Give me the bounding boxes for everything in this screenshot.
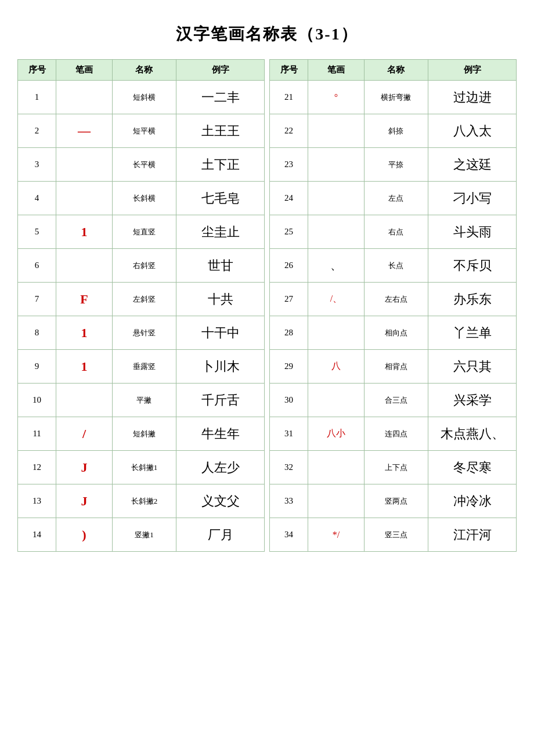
name-cell: 悬针竖 xyxy=(112,316,176,350)
stroke-cell: — xyxy=(56,114,113,148)
right-header-example: 例字 xyxy=(428,60,517,81)
example-cell: 兴采学 xyxy=(428,384,517,417)
example-cell: 厂月 xyxy=(176,518,265,552)
seq-cell: 7 xyxy=(18,283,56,316)
seq-cell: 24 xyxy=(270,182,308,215)
left-table-row: 6右斜竖世甘 xyxy=(18,249,265,283)
stroke-cell: 1 xyxy=(56,350,113,384)
name-cell: 长斜横 xyxy=(112,182,176,215)
left-table-row: 11/短斜撇牛生年 xyxy=(18,417,265,451)
seq-cell: 4 xyxy=(18,182,56,215)
example-cell: 六只其 xyxy=(428,350,517,384)
name-cell: 上下点 xyxy=(364,451,428,484)
name-cell: 平捺 xyxy=(364,148,428,182)
page-title: 汉字笔画名称表（3-1） xyxy=(176,23,358,45)
stroke-cell: /、 xyxy=(308,283,365,316)
example-cell: 木点燕八、 xyxy=(428,417,517,451)
right-table-row: 33竖两点冲冷冰 xyxy=(270,484,517,518)
stroke-cell: / xyxy=(56,417,113,451)
right-table-row: 26、长点不斥贝 xyxy=(270,249,517,283)
left-table-row: 3长平横土下正 xyxy=(18,148,265,182)
right-table-row: 24左点刁小写 xyxy=(270,182,517,215)
stroke-cell: ) xyxy=(56,518,113,552)
example-cell: 土下正 xyxy=(176,148,265,182)
name-cell: 平撇 xyxy=(112,384,176,417)
example-cell: 七毛皂 xyxy=(176,182,265,215)
seq-cell: 28 xyxy=(270,316,308,350)
seq-cell: 25 xyxy=(270,215,308,249)
left-table-row: 10平撇千斤舌 xyxy=(18,384,265,417)
right-table-row: 25右点斗头雨 xyxy=(270,215,517,249)
name-cell: 短平横 xyxy=(112,114,176,148)
example-cell: 之这廷 xyxy=(428,148,517,182)
seq-cell: 21 xyxy=(270,81,308,114)
stroke-cell xyxy=(56,182,113,215)
example-cell: 十共 xyxy=(176,283,265,316)
name-cell: 短斜撇 xyxy=(112,417,176,451)
seq-cell: 34 xyxy=(270,518,308,552)
name-cell: 合三点 xyxy=(364,384,428,417)
stroke-cell xyxy=(308,148,365,182)
seq-cell: 1 xyxy=(18,81,56,114)
stroke-cell xyxy=(308,384,365,417)
right-table-row: 34*/竖三点江汗河 xyxy=(270,518,517,552)
left-table-row: 1短斜横一二丰 xyxy=(18,81,265,114)
right-table-row: 31八小连四点木点燕八、 xyxy=(270,417,517,451)
name-cell: 短直竖 xyxy=(112,215,176,249)
stroke-cell xyxy=(308,484,365,518)
stroke-cell: 、 xyxy=(308,249,365,283)
stroke-cell: J xyxy=(56,484,113,518)
name-cell: 连四点 xyxy=(364,417,428,451)
seq-cell: 2 xyxy=(18,114,56,148)
stroke-cell: 八 xyxy=(308,350,365,384)
stroke-cell xyxy=(56,249,113,283)
left-header-seq: 序号 xyxy=(18,60,56,81)
right-table-row: 23平捺之这廷 xyxy=(270,148,517,182)
name-cell: 短斜横 xyxy=(112,81,176,114)
stroke-cell xyxy=(56,384,113,417)
stroke-cell xyxy=(308,451,365,484)
stroke-cell: F xyxy=(56,283,113,316)
seq-cell: 8 xyxy=(18,316,56,350)
name-cell: 左点 xyxy=(364,182,428,215)
stroke-cell xyxy=(308,114,365,148)
example-cell: 刁小写 xyxy=(428,182,517,215)
seq-cell: 23 xyxy=(270,148,308,182)
left-table-row: 4长斜横七毛皂 xyxy=(18,182,265,215)
stroke-cell: J xyxy=(56,451,113,484)
left-header-example: 例字 xyxy=(176,60,265,81)
example-cell: 不斥贝 xyxy=(428,249,517,283)
example-cell: 冲冷冰 xyxy=(428,484,517,518)
name-cell: 横折弯撇 xyxy=(364,81,428,114)
stroke-cell xyxy=(56,81,113,114)
seq-cell: 5 xyxy=(18,215,56,249)
left-table-row: 7F左斜竖十共 xyxy=(18,283,265,316)
left-table-row: 13J长斜撇2义文父 xyxy=(18,484,265,518)
seq-cell: 31 xyxy=(270,417,308,451)
stroke-cell xyxy=(308,182,365,215)
stroke-cell: 1 xyxy=(56,316,113,350)
stroke-cell xyxy=(308,215,365,249)
right-table-row: 27/、左右点办乐东 xyxy=(270,283,517,316)
right-table-row: 28相向点丫兰单 xyxy=(270,316,517,350)
example-cell: 牛生年 xyxy=(176,417,265,451)
seq-cell: 33 xyxy=(270,484,308,518)
seq-cell: 11 xyxy=(18,417,56,451)
name-cell: 左斜竖 xyxy=(112,283,176,316)
stroke-cell: 八小 xyxy=(308,417,365,451)
left-header-stroke: 笔画 xyxy=(56,60,113,81)
left-table-row: 12J长斜撇1人左少 xyxy=(18,451,265,484)
example-cell: 八入太 xyxy=(428,114,517,148)
seq-cell: 22 xyxy=(270,114,308,148)
example-cell: 世甘 xyxy=(176,249,265,283)
right-table-row: 29八相背点六只其 xyxy=(270,350,517,384)
right-header-name: 名称 xyxy=(364,60,428,81)
seq-cell: 10 xyxy=(18,384,56,417)
example-cell: 十干中 xyxy=(176,316,265,350)
left-table: 序号 笔画 名称 例字 1短斜横一二丰2—短平横土王王3长平横土下正4长斜横七毛… xyxy=(17,59,265,552)
right-table-row: 21°横折弯撇过边进 xyxy=(270,81,517,114)
seq-cell: 9 xyxy=(18,350,56,384)
name-cell: 相向点 xyxy=(364,316,428,350)
name-cell: 右点 xyxy=(364,215,428,249)
right-table-row: 30合三点兴采学 xyxy=(270,384,517,417)
